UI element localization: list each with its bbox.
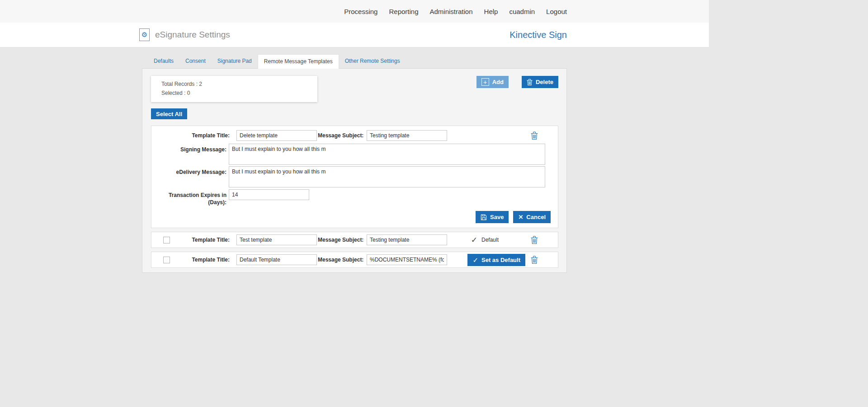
cancel-button-label: Cancel [526, 214, 546, 220]
default-label: Default [481, 237, 499, 243]
nav-item-administration[interactable]: Administration [430, 8, 473, 15]
save-button-label: Save [490, 214, 504, 220]
message-subject-input[interactable] [367, 130, 447, 141]
row-checkbox[interactable] [163, 237, 170, 243]
transaction-expires-label: Transaction Expires in (Days): [159, 189, 226, 206]
template-title-label: Template Title: [170, 236, 230, 243]
nav-item-reporting[interactable]: Reporting [389, 8, 418, 15]
check-icon: ✓ [472, 257, 478, 263]
template-title-input[interactable] [236, 254, 317, 265]
trash-icon [531, 131, 538, 140]
tab-signature-pad[interactable]: Signature Pad [212, 54, 258, 68]
settings-tabs: Defaults Consent Signature Pad Remote Me… [148, 54, 567, 68]
panel-actions: + Add [476, 76, 558, 88]
template-title-label: Template Title: [170, 256, 230, 263]
nav-item-help[interactable]: Help [484, 8, 498, 15]
edelivery-message-textarea[interactable]: But I must explain to you how all this m [229, 166, 545, 187]
brand-title: Kinective Sign [509, 30, 567, 40]
tab-remote-message-templates[interactable]: Remote Message Templates [258, 54, 339, 69]
trash-icon [531, 256, 538, 264]
gear-icon: ⚙ [142, 31, 147, 39]
nav-item-cuadmin[interactable]: cuadmin [509, 8, 535, 15]
cancel-button[interactable]: ✕ Cancel [513, 211, 551, 223]
tab-defaults[interactable]: Defaults [148, 54, 179, 68]
cancel-x-icon: ✕ [518, 214, 523, 220]
template-title-label: Template Title: [159, 132, 230, 139]
template-row: Template Title: Message Subject: ✓ Set a… [151, 252, 558, 268]
signing-message-textarea[interactable]: But I must explain to you how all this m [229, 144, 545, 165]
message-subject-label: Message Subject: [318, 132, 363, 139]
set-as-default-label: Set as Default [481, 257, 520, 263]
app-header: ⚙ eSignature Settings Kinective Sign [0, 23, 709, 47]
records-summary: Total Records : 2 Selected : 0 [151, 76, 317, 102]
transaction-expires-input[interactable] [229, 189, 309, 200]
add-button[interactable]: + Add [476, 76, 509, 88]
row-checkbox[interactable] [163, 257, 170, 263]
page: Processing Reporting Administration Help… [0, 0, 709, 407]
tab-consent[interactable]: Consent [179, 54, 212, 68]
delete-template-button[interactable] [531, 256, 538, 264]
message-subject-label: Message Subject: [318, 236, 363, 243]
selected-count-text: Selected : 0 [161, 89, 313, 98]
template-title-input[interactable] [236, 234, 317, 245]
save-button[interactable]: Save [476, 211, 509, 223]
trash-icon [527, 79, 533, 86]
save-icon [481, 214, 487, 220]
message-subject-input[interactable] [367, 234, 447, 245]
header-title-group: ⚙ eSignature Settings [139, 28, 230, 41]
delete-template-button[interactable] [531, 131, 538, 140]
nav-item-processing[interactable]: Processing [344, 8, 377, 15]
message-subject-input[interactable] [367, 254, 447, 265]
set-as-default-button[interactable]: ✓ Set as Default [467, 254, 525, 266]
nav-item-logout[interactable]: Logout [546, 8, 567, 15]
check-icon: ✓ [471, 236, 477, 244]
default-indicator: ✓ Default [471, 236, 499, 244]
plus-icon: + [481, 78, 489, 86]
edelivery-message-label: eDelivery Message: [159, 166, 226, 176]
template-title-input[interactable] [236, 130, 317, 141]
tab-other-remote-settings[interactable]: Other Remote Settings [339, 54, 406, 68]
total-records-text: Total Records : 2 [161, 80, 313, 89]
template-editor-card: Template Title: Message Subject: [151, 126, 558, 228]
delete-button[interactable]: Delete [522, 76, 558, 88]
esignature-settings-icon: ⚙ [139, 28, 150, 41]
select-all-button[interactable]: Select All [151, 108, 187, 119]
template-row: Template Title: Message Subject: ✓ Defau… [151, 232, 558, 248]
signing-message-label: Signing Message: [159, 144, 226, 153]
delete-template-button[interactable] [531, 236, 538, 244]
trash-icon [531, 236, 538, 244]
message-subject-label: Message Subject: [318, 256, 363, 263]
add-button-label: Add [492, 79, 504, 85]
delete-button-label: Delete [536, 79, 553, 85]
remote-message-templates-panel: Total Records : 2 Selected : 0 + Add [142, 68, 567, 273]
top-navigation-bar: Processing Reporting Administration Help… [0, 0, 709, 23]
page-title: eSignature Settings [155, 30, 230, 40]
